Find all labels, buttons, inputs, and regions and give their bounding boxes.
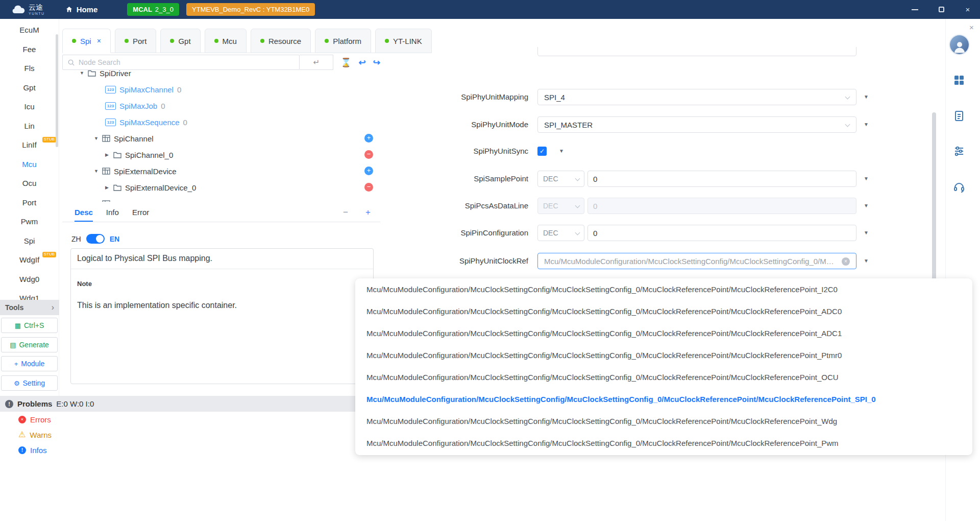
row-menu-caret-icon[interactable]: ▼: [864, 94, 869, 100]
tree-row-spiexternaldevice-0[interactable]: ▶ SpiExternalDevice_0 −: [62, 179, 380, 196]
sidebar-item-fee[interactable]: Fee: [0, 40, 59, 59]
dropdown-option[interactable]: Mcu/McuModuleConfiguration/McuClockSetti…: [355, 300, 972, 322]
delete-node-button[interactable]: −: [364, 150, 373, 159]
dashboard-grid-icon[interactable]: [953, 74, 965, 86]
chevron-right-icon[interactable]: ▶: [105, 152, 113, 157]
tree-row-clipped[interactable]: ▼: [62, 196, 380, 202]
dropdown-option[interactable]: Mcu/McuModuleConfiguration/McuClockSetti…: [355, 278, 972, 300]
add-node-button[interactable]: +: [364, 167, 373, 175]
dropdown-option[interactable]: Mcu/McuModuleConfiguration/McuClockSetti…: [355, 366, 972, 388]
sidebar-item-wdg0[interactable]: Wdg0: [0, 270, 59, 289]
chevron-down-icon[interactable]: ▼: [80, 70, 88, 76]
spisamplepoint-input[interactable]: [587, 171, 856, 187]
chevron-down-icon[interactable]: ▼: [94, 136, 102, 141]
integer-param-icon: 123: [105, 119, 116, 126]
collapse-panel-button[interactable]: −: [343, 207, 348, 218]
tree-row-spichannel-0[interactable]: ▶ SpiChannel_0 −: [62, 147, 380, 163]
generate-button[interactable]: ▤ Generate: [1, 337, 58, 352]
expand-panel-button[interactable]: +: [365, 207, 371, 218]
project-badge[interactable]: YTMEVB_Demo_RevC : YTM32B1ME0: [186, 3, 315, 16]
close-panel-icon[interactable]: ×: [969, 23, 974, 32]
row-menu-caret-icon[interactable]: ▼: [864, 258, 869, 264]
minimize-button[interactable]: [911, 6, 919, 14]
clipped-input[interactable]: [537, 47, 856, 56]
row-menu-caret-icon[interactable]: ▼: [864, 122, 869, 127]
hourglass-icon[interactable]: ⌛: [340, 58, 351, 67]
chevron-down-icon[interactable]: ▼: [94, 201, 102, 202]
sidebar-scrollbar[interactable]: [56, 34, 58, 147]
sidebar-item-gpt[interactable]: Gpt: [0, 78, 59, 98]
tools-section-header[interactable]: Tools ›: [0, 300, 59, 315]
headset-icon[interactable]: [953, 181, 965, 193]
form-scrollbar[interactable]: [932, 112, 936, 289]
tree-row-spimaxsequence[interactable]: 123 SpiMaxSequence 0: [62, 114, 380, 130]
save-button[interactable]: ▦ Ctrl+S: [1, 318, 58, 333]
mcal-version-badge[interactable]: MCAL 2_3_0: [127, 3, 179, 16]
row-menu-caret-icon[interactable]: ▼: [864, 230, 869, 235]
tree-row-spichannel[interactable]: ▼ SpiChannel +: [62, 130, 380, 147]
sliders-icon[interactable]: [953, 145, 965, 157]
tree-row-spimaxjob[interactable]: 123 SpiMaxJob 0: [62, 98, 380, 114]
dropdown-option[interactable]: Mcu/McuModuleConfiguration/McuClockSetti…: [355, 432, 972, 454]
undo-icon[interactable]: ↩: [359, 58, 366, 67]
format-select[interactable]: DEC: [537, 225, 584, 241]
add-module-button[interactable]: + Module: [1, 356, 58, 371]
tab-yt-link[interactable]: YT-LINK: [375, 29, 432, 53]
redo-icon[interactable]: ↪: [373, 58, 380, 67]
document-icon[interactable]: [953, 110, 965, 122]
search-input[interactable]: [79, 58, 295, 66]
tab-desc[interactable]: Desc: [75, 203, 93, 222]
tree-node-label: SpiDriver: [100, 70, 131, 78]
dropdown-option-selected[interactable]: Mcu/McuModuleConfiguration/McuClockSetti…: [355, 388, 972, 410]
sidebar-item-lin[interactable]: Lin: [0, 116, 59, 136]
add-node-button[interactable]: +: [364, 134, 373, 143]
setting-button[interactable]: ⚙ Setting: [1, 375, 58, 391]
spiphyunitmapping-select[interactable]: SPI_4: [537, 89, 856, 105]
tab-info[interactable]: Info: [106, 203, 119, 222]
chevron-right-icon[interactable]: ▶: [105, 185, 113, 190]
row-menu-caret-icon[interactable]: ▼: [864, 203, 869, 208]
dropdown-option[interactable]: Mcu/McuModuleConfiguration/McuClockSetti…: [355, 344, 972, 366]
close-window-button[interactable]: ×: [964, 6, 972, 14]
clear-icon[interactable]: ×: [842, 257, 850, 266]
format-select[interactable]: DEC: [537, 171, 584, 187]
sidebar-item-port[interactable]: Port: [0, 193, 59, 212]
search-enter-button[interactable]: ↵: [300, 55, 333, 70]
tab-spi[interactable]: Spi ×: [62, 29, 111, 53]
dropdown-option[interactable]: Mcu/McuModuleConfiguration/McuClockSetti…: [355, 322, 972, 344]
dropdown-option[interactable]: Mcu/McuModuleConfiguration/McuClockSetti…: [355, 410, 972, 432]
sidebar-item-pwm[interactable]: Pwm: [0, 212, 59, 231]
home-button[interactable]: Home: [65, 5, 98, 14]
spiphyunitclockref-input[interactable]: Mcu/McuModuleConfiguration/McuClockSetti…: [537, 253, 856, 269]
sidebar-item-spi[interactable]: Spi: [0, 231, 59, 251]
tab-port[interactable]: Port: [115, 29, 157, 53]
tab-label: Platform: [333, 37, 361, 45]
tab-mcu[interactable]: Mcu: [205, 29, 247, 53]
tab-close-icon[interactable]: ×: [97, 37, 101, 45]
sidebar-item-ecum[interactable]: EcuM: [0, 20, 59, 40]
sidebar-item-wdgif[interactable]: WdgIfSTUB: [0, 250, 59, 270]
sidebar-item-icu[interactable]: Icu: [0, 97, 59, 116]
language-toggle[interactable]: [86, 234, 105, 244]
sidebar-item-mcu[interactable]: Mcu: [0, 155, 59, 174]
tab-error[interactable]: Error: [132, 203, 149, 222]
spiphyunitsync-checkbox[interactable]: ✓: [537, 147, 547, 156]
sidebar-item-linif[interactable]: LinIfSTUB: [0, 135, 59, 155]
tab-resource[interactable]: Resource: [251, 29, 311, 53]
sidebar-item-fls[interactable]: Fls: [0, 59, 59, 78]
avatar[interactable]: [950, 35, 969, 54]
tab-gpt[interactable]: Gpt: [160, 29, 200, 53]
chevron-down-icon[interactable]: ▼: [94, 169, 102, 174]
spiphyunitmode-select[interactable]: SPI_MASTER: [537, 116, 856, 133]
tab-platform[interactable]: Platform: [315, 29, 371, 53]
row-menu-caret-icon[interactable]: ▼: [864, 176, 869, 181]
tree-row-spimaxchannel[interactable]: 123 SpiMaxChannel 0: [62, 81, 380, 98]
config-tree: ▼ SpiDriver 123 SpiMaxChannel 0 123 SpiM…: [62, 70, 380, 202]
maximize-button[interactable]: [937, 6, 945, 14]
delete-node-button[interactable]: −: [364, 183, 373, 192]
sidebar-item-ocu[interactable]: Ocu: [0, 174, 59, 193]
tree-row-spidriver[interactable]: ▼ SpiDriver: [62, 70, 380, 81]
tree-row-spiexternaldevice[interactable]: ▼ SpiExternalDevice +: [62, 163, 380, 179]
row-menu-caret-icon[interactable]: ▼: [559, 148, 564, 154]
spipinconfiguration-input[interactable]: [587, 225, 856, 241]
